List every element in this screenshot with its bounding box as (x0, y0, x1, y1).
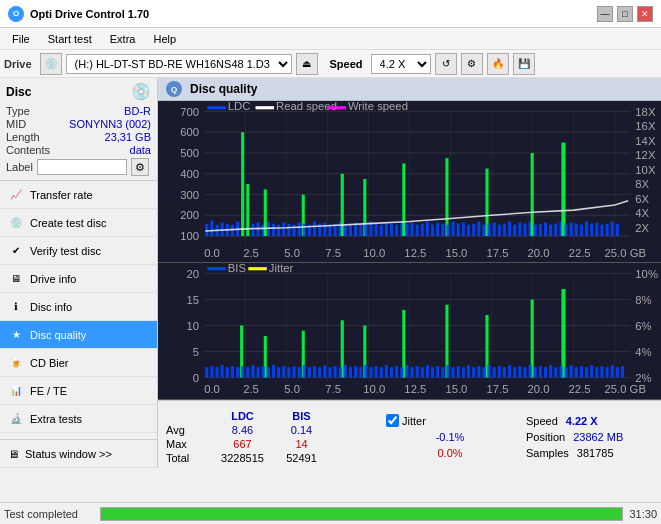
svg-rect-171 (267, 367, 270, 377)
svg-text:16X: 16X (635, 120, 656, 132)
svg-rect-219 (472, 367, 475, 377)
svg-rect-204 (395, 366, 398, 377)
max-label: Max (166, 438, 211, 450)
svg-text:600: 600 (180, 126, 199, 138)
nav-fe-te[interactable]: 📊 FE / TE (0, 377, 157, 405)
svg-rect-56 (380, 225, 383, 236)
svg-rect-70 (445, 158, 448, 236)
status-window-item[interactable]: 🖥 Status window >> (0, 440, 157, 468)
svg-rect-74 (462, 223, 465, 237)
svg-text:6X: 6X (635, 193, 649, 205)
svg-rect-216 (457, 366, 460, 377)
svg-rect-170 (262, 366, 265, 377)
progress-bar-fill (101, 508, 622, 520)
svg-rect-194 (344, 365, 347, 378)
svg-text:22.5: 22.5 (569, 247, 591, 259)
menu-start-test[interactable]: Start test (40, 31, 100, 47)
svg-rect-100 (580, 225, 583, 236)
eject-button[interactable]: ⏏ (296, 53, 318, 75)
svg-rect-58 (390, 224, 393, 236)
svg-text:5: 5 (193, 346, 199, 358)
svg-rect-39 (303, 224, 306, 236)
nav-extra-tests-label: Extra tests (30, 413, 82, 425)
drive-info-icon: 🖥 (8, 271, 24, 287)
disc-label-input[interactable] (37, 159, 127, 175)
svg-rect-191 (328, 367, 331, 377)
maximize-button[interactable]: □ (617, 6, 633, 22)
total-label: Total (166, 452, 211, 464)
nav-drive-info[interactable]: 🖥 Drive info (0, 265, 157, 293)
svg-text:0.0: 0.0 (204, 383, 220, 395)
svg-rect-203 (390, 367, 393, 377)
svg-rect-161 (226, 367, 229, 377)
close-button[interactable]: ✕ (637, 6, 653, 22)
nav-cd-bier[interactable]: 🍺 CD Bier (0, 349, 157, 377)
svg-text:12.5: 12.5 (404, 247, 426, 259)
config-button[interactable]: ⚙ (461, 53, 483, 75)
disc-label-button[interactable]: ⚙ (131, 158, 149, 176)
burn-button[interactable]: 🔥 (487, 53, 509, 75)
svg-text:20.0: 20.0 (528, 247, 550, 259)
menu-extra[interactable]: Extra (102, 31, 144, 47)
drive-icon-btn[interactable]: 💿 (40, 53, 62, 75)
title-bar-left: O Opti Drive Control 1.70 (8, 6, 149, 22)
svg-text:14X: 14X (635, 135, 656, 147)
jitter-avg-empty (386, 431, 428, 443)
nav-transfer-rate[interactable]: 📈 Transfer rate (0, 181, 157, 209)
svg-rect-59 (395, 225, 398, 236)
nav-extra-tests[interactable]: 🔬 Extra tests (0, 405, 157, 433)
svg-rect-104 (600, 225, 603, 236)
svg-rect-195 (349, 367, 352, 377)
svg-rect-225 (503, 367, 506, 377)
nav-items: 📈 Transfer rate 💿 Create test disc ✔ Ver… (0, 181, 157, 439)
svg-text:Jitter: Jitter (269, 263, 294, 274)
jitter-checkbox[interactable] (386, 414, 399, 427)
svg-rect-37 (292, 225, 295, 236)
disc-type-row: Type BD-R (6, 105, 151, 117)
svg-rect-210 (426, 365, 429, 378)
disc-mid-row: MID SONYNN3 (002) (6, 118, 151, 130)
avg-bis-val: 0.14 (274, 424, 329, 436)
svg-rect-83 (503, 224, 506, 236)
svg-rect-66 (426, 222, 429, 237)
nav-disc-quality[interactable]: ★ Disc quality (0, 321, 157, 349)
jitter-checkbox-label[interactable]: Jitter (386, 414, 462, 427)
svg-text:LDC: LDC (228, 101, 251, 112)
minimize-button[interactable]: — (597, 6, 613, 22)
svg-text:8%: 8% (635, 294, 651, 306)
speed-select[interactable]: 4.2 X (371, 54, 431, 74)
refresh-button[interactable]: ↺ (435, 53, 457, 75)
menu-help[interactable]: Help (145, 31, 184, 47)
menu-file[interactable]: File (4, 31, 38, 47)
svg-rect-185 (298, 367, 301, 377)
jitter-max-empty (386, 447, 429, 459)
disc-contents-val: data (130, 144, 151, 156)
svg-rect-227 (513, 367, 516, 377)
svg-rect-67 (431, 225, 434, 236)
svg-rect-187 (308, 367, 311, 377)
drive-select[interactable]: (H:) HL-DT-ST BD-RE WH16NS48 1.D3 (66, 54, 292, 74)
fe-te-icon: 📊 (8, 383, 24, 399)
nav-cd-bier-label: CD Bier (30, 357, 69, 369)
save-button[interactable]: 💾 (513, 53, 535, 75)
svg-text:10%: 10% (635, 268, 658, 280)
svg-rect-220 (477, 366, 480, 377)
nav-verify-test-disc-label: Verify test disc (30, 245, 101, 257)
svg-rect-81 (493, 223, 496, 237)
nav-verify-test-disc[interactable]: ✔ Verify test disc (0, 237, 157, 265)
svg-rect-182 (561, 289, 565, 378)
svg-rect-135 (207, 106, 225, 109)
svg-rect-240 (580, 366, 583, 377)
svg-rect-90 (534, 225, 537, 236)
disc-label-row: Label ⚙ (6, 158, 151, 176)
svg-rect-32 (277, 225, 280, 236)
svg-text:12X: 12X (635, 149, 656, 161)
jitter-avg-val: -0.1% (436, 431, 506, 443)
svg-text:500: 500 (180, 147, 199, 159)
nav-disc-info[interactable]: ℹ Disc info (0, 293, 157, 321)
svg-rect-238 (570, 365, 573, 378)
svg-rect-48 (344, 225, 347, 236)
samples-row: Samples 381785 (526, 447, 656, 459)
svg-rect-73 (457, 224, 460, 236)
nav-create-test-disc[interactable]: 💿 Create test disc (0, 209, 157, 237)
